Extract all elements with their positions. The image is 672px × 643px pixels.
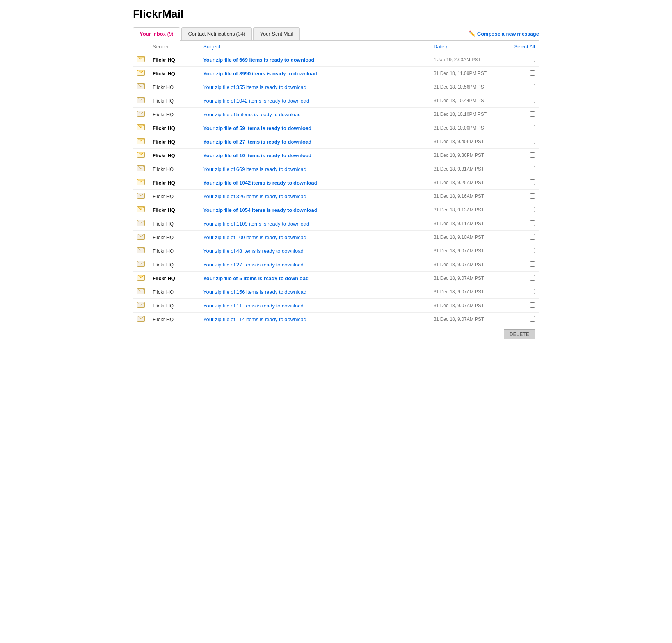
- subject-link[interactable]: Your zip file of 1042 items is ready to …: [203, 180, 317, 186]
- select-cell[interactable]: [508, 190, 539, 203]
- select-cell[interactable]: [508, 285, 539, 299]
- subject-cell[interactable]: Your zip file of 1042 items is ready to …: [199, 94, 430, 108]
- subject-link[interactable]: Your zip file of 1042 items is ready to …: [203, 98, 309, 104]
- table-row[interactable]: Flickr HQYour zip file of 59 items is re…: [133, 121, 539, 135]
- subject-cell[interactable]: Your zip file of 100 items is ready to d…: [199, 231, 430, 244]
- email-checkbox[interactable]: [530, 139, 535, 144]
- email-checkbox[interactable]: [530, 302, 535, 308]
- email-checkbox[interactable]: [530, 125, 535, 130]
- subject-link[interactable]: Your zip file of 27 items is ready to do…: [203, 262, 304, 268]
- subject-cell[interactable]: Your zip file of 355 items is ready to d…: [199, 80, 430, 94]
- subject-cell[interactable]: Your zip file of 11 items is ready to do…: [199, 299, 430, 313]
- select-cell[interactable]: [508, 176, 539, 190]
- subject-link[interactable]: Your zip file of 48 items is ready to do…: [203, 248, 304, 254]
- table-row[interactable]: Flickr HQYour zip file of 48 items is re…: [133, 244, 539, 258]
- subject-link[interactable]: Your zip file of 5 items is ready to dow…: [203, 275, 309, 281]
- subject-link[interactable]: Your zip file of 156 items is ready to d…: [203, 289, 306, 295]
- table-row[interactable]: Flickr HQYour zip file of 5 items is rea…: [133, 108, 539, 121]
- select-cell[interactable]: [508, 313, 539, 326]
- email-checkbox[interactable]: [530, 179, 535, 185]
- email-checkbox[interactable]: [530, 261, 535, 267]
- subject-cell[interactable]: Your zip file of 1042 items is ready to …: [199, 176, 430, 190]
- select-cell[interactable]: [508, 149, 539, 162]
- table-row[interactable]: Flickr HQYour zip file of 5 items is rea…: [133, 272, 539, 285]
- email-checkbox[interactable]: [530, 289, 535, 294]
- select-cell[interactable]: [508, 244, 539, 258]
- compose-link[interactable]: ✏️ Compose a new message: [469, 30, 539, 37]
- subject-cell[interactable]: Your zip file of 114 items is ready to d…: [199, 313, 430, 326]
- subject-cell[interactable]: Your zip file of 27 items is ready to do…: [199, 135, 430, 149]
- select-cell[interactable]: [508, 94, 539, 108]
- table-row[interactable]: Flickr HQYour zip file of 669 items is r…: [133, 162, 539, 176]
- subject-link[interactable]: Your zip file of 355 items is ready to d…: [203, 84, 306, 90]
- subject-link[interactable]: Your zip file of 11 items is ready to do…: [203, 303, 304, 309]
- tab-inbox[interactable]: Your Inbox (9): [133, 27, 180, 41]
- subject-cell[interactable]: Your zip file of 669 items is ready to d…: [199, 162, 430, 176]
- table-row[interactable]: Flickr HQYour zip file of 27 items is re…: [133, 258, 539, 272]
- table-row[interactable]: Flickr HQYour zip file of 100 items is r…: [133, 231, 539, 244]
- subject-cell[interactable]: Your zip file of 10 items is ready to do…: [199, 149, 430, 162]
- subject-link[interactable]: Your zip file of 669 items is ready to d…: [203, 57, 314, 63]
- email-checkbox[interactable]: [530, 57, 535, 62]
- table-row[interactable]: Flickr HQYour zip file of 355 items is r…: [133, 80, 539, 94]
- subject-cell[interactable]: Your zip file of 27 items is ready to do…: [199, 258, 430, 272]
- subject-link[interactable]: Your zip file of 1054 items is ready to …: [203, 207, 317, 213]
- select-cell[interactable]: [508, 203, 539, 217]
- email-checkbox[interactable]: [530, 70, 535, 76]
- subject-link[interactable]: Your zip file of 5 items is ready to dow…: [203, 112, 301, 117]
- email-checkbox[interactable]: [530, 234, 535, 240]
- select-cell[interactable]: [508, 272, 539, 285]
- subject-link[interactable]: Your zip file of 10 items is ready to do…: [203, 153, 311, 158]
- email-checkbox[interactable]: [530, 166, 535, 171]
- subject-cell[interactable]: Your zip file of 5 items is ready to dow…: [199, 108, 430, 121]
- subject-link[interactable]: Your zip file of 326 items is ready to d…: [203, 194, 306, 199]
- email-checkbox[interactable]: [530, 220, 535, 226]
- subject-cell[interactable]: Your zip file of 669 items is ready to d…: [199, 53, 430, 67]
- email-checkbox[interactable]: [530, 84, 535, 89]
- table-row[interactable]: Flickr HQYour zip file of 3990 items is …: [133, 67, 539, 80]
- select-cell[interactable]: [508, 217, 539, 231]
- email-checkbox[interactable]: [530, 275, 535, 281]
- select-all-header[interactable]: Select All: [508, 41, 539, 53]
- date-header[interactable]: Date ↑: [430, 41, 508, 53]
- table-row[interactable]: Flickr HQYour zip file of 156 items is r…: [133, 285, 539, 299]
- email-checkbox[interactable]: [530, 248, 535, 253]
- subject-cell[interactable]: Your zip file of 5 items is ready to dow…: [199, 272, 430, 285]
- table-row[interactable]: Flickr HQYour zip file of 27 items is re…: [133, 135, 539, 149]
- tab-contact-notifications[interactable]: Contact Notifications (34): [181, 27, 252, 40]
- subject-cell[interactable]: Your zip file of 59 items is ready to do…: [199, 121, 430, 135]
- subject-cell[interactable]: Your zip file of 3990 items is ready to …: [199, 67, 430, 80]
- subject-link[interactable]: Your zip file of 669 items is ready to d…: [203, 166, 306, 172]
- email-checkbox[interactable]: [530, 152, 535, 158]
- select-cell[interactable]: [508, 258, 539, 272]
- email-checkbox[interactable]: [530, 98, 535, 103]
- table-row[interactable]: Flickr HQYour zip file of 1054 items is …: [133, 203, 539, 217]
- table-row[interactable]: Flickr HQYour zip file of 10 items is re…: [133, 149, 539, 162]
- select-cell[interactable]: [508, 67, 539, 80]
- select-cell[interactable]: [508, 108, 539, 121]
- select-cell[interactable]: [508, 299, 539, 313]
- table-row[interactable]: Flickr HQYour zip file of 11 items is re…: [133, 299, 539, 313]
- tab-sent-mail[interactable]: Your Sent Mail: [253, 27, 299, 40]
- delete-button[interactable]: DELETE: [504, 329, 535, 339]
- table-row[interactable]: Flickr HQYour zip file of 326 items is r…: [133, 190, 539, 203]
- table-row[interactable]: Flickr HQYour zip file of 669 items is r…: [133, 53, 539, 67]
- select-cell[interactable]: [508, 121, 539, 135]
- subject-cell[interactable]: Your zip file of 1054 items is ready to …: [199, 203, 430, 217]
- select-cell[interactable]: [508, 53, 539, 67]
- table-row[interactable]: Flickr HQYour zip file of 1109 items is …: [133, 217, 539, 231]
- subject-cell[interactable]: Your zip file of 1109 items is ready to …: [199, 217, 430, 231]
- select-cell[interactable]: [508, 80, 539, 94]
- table-row[interactable]: Flickr HQYour zip file of 1042 items is …: [133, 176, 539, 190]
- subject-cell[interactable]: Your zip file of 326 items is ready to d…: [199, 190, 430, 203]
- email-checkbox[interactable]: [530, 111, 535, 117]
- subject-link[interactable]: Your zip file of 114 items is ready to d…: [203, 316, 306, 322]
- subject-link[interactable]: Your zip file of 1109 items is ready to …: [203, 221, 309, 227]
- table-row[interactable]: Flickr HQYour zip file of 114 items is r…: [133, 313, 539, 326]
- select-cell[interactable]: [508, 135, 539, 149]
- subject-cell[interactable]: Your zip file of 48 items is ready to do…: [199, 244, 430, 258]
- select-cell[interactable]: [508, 231, 539, 244]
- select-cell[interactable]: [508, 162, 539, 176]
- subject-link[interactable]: Your zip file of 3990 items is ready to …: [203, 71, 317, 76]
- email-checkbox[interactable]: [530, 207, 535, 212]
